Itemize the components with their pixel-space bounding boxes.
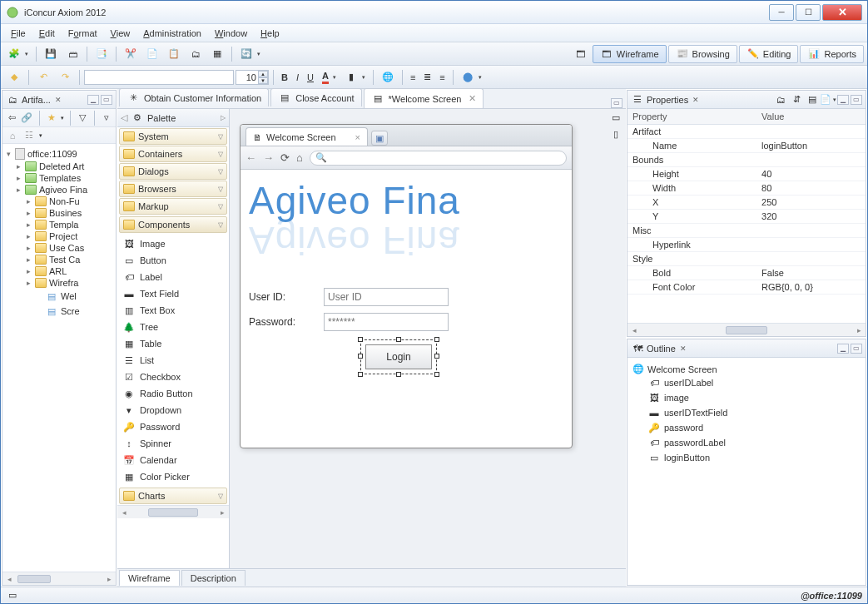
canvas-tool-b[interactable]: ▯ [609, 127, 622, 141]
outline-node[interactable]: 🏷userIDLabel [647, 375, 861, 390]
font-size-up[interactable]: ▲ [258, 71, 268, 77]
font-size-down[interactable]: ▼ [258, 77, 268, 84]
tree-node[interactable]: ▸Templa [4, 219, 114, 230]
font-color-button[interactable]: A [319, 68, 340, 87]
wizard-button[interactable]: 📑 [92, 45, 112, 63]
mockup-tab-close[interactable]: × [355, 132, 360, 142]
canvas[interactable]: ▭ ▯ 🗎 Welcome Screen × ▣ ← → ⟳ ⌂ 🔍 Agive… [230, 109, 626, 568]
property-row[interactable]: NameloginButton [627, 139, 866, 153]
editor-tab[interactable]: ✳Obtain Customer Information [119, 88, 269, 106]
properties-close[interactable]: ✕ [692, 96, 699, 104]
property-row[interactable]: Y320 [627, 210, 866, 224]
menu-edit[interactable]: Edit [32, 26, 62, 41]
copy-button[interactable]: 📄 [142, 45, 162, 63]
outline-node[interactable]: ▬userIDTextField [647, 405, 861, 420]
property-row[interactable]: Misc [627, 224, 866, 238]
tree-node[interactable]: ▸Use Cas [4, 242, 114, 254]
menu-format[interactable]: Format [62, 26, 104, 41]
palette-cat[interactable]: Containers▽ [119, 146, 227, 162]
prop-tool-a[interactable]: 🗂 [774, 93, 787, 106]
palette-item[interactable]: ◉Radio Button [121, 385, 226, 402]
palette-item[interactable]: ☰List [121, 352, 226, 369]
property-row[interactable]: Artifact [627, 125, 866, 139]
palette-item[interactable]: ▦Color Picker [121, 468, 226, 485]
font-family-input[interactable] [84, 70, 234, 85]
tag-button[interactable]: ◆ [4, 68, 24, 87]
tree-icon[interactable]: ☷ [22, 129, 36, 142]
home-icon[interactable]: ⌂ [6, 129, 19, 142]
nav-back-icon[interactable]: ← [246, 151, 256, 164]
palette-cat[interactable]: Dialogs▽ [119, 163, 227, 180]
pane-max[interactable]: ▭ [101, 95, 112, 105]
menu-window[interactable]: Window [208, 26, 254, 41]
tree-node[interactable]: ▤Wel [4, 289, 114, 304]
property-row[interactable]: Bounds [627, 153, 866, 167]
highlight-button[interactable]: ▮ [341, 68, 369, 87]
redo-button[interactable]: ↷ [55, 68, 75, 87]
mode-wireframe[interactable]: 🗔Wireframe [593, 45, 667, 63]
prop-tool-c[interactable]: ▤ [806, 93, 819, 106]
tree-node[interactable]: ▸Agiveo Fina [4, 184, 114, 196]
tree-node[interactable]: ▸Non-Fu [4, 196, 114, 207]
outline-close[interactable]: ✕ [680, 344, 687, 353]
property-row[interactable]: X250 [627, 196, 866, 210]
mockup-tab[interactable]: 🗎 Welcome Screen × [246, 127, 368, 146]
nav-reload-icon[interactable]: ⟳ [280, 151, 290, 164]
outline-node[interactable]: ▭loginButton [647, 450, 861, 465]
palette-item[interactable]: 🖼Image [121, 235, 226, 252]
nav-link-icon[interactable]: 🔗 [21, 111, 32, 125]
mode-reports[interactable]: 📊Reports [800, 45, 864, 63]
bold-button[interactable]: B [278, 70, 291, 85]
palette-back[interactable]: ◁ [121, 112, 127, 123]
tab-description[interactable]: Description [181, 570, 246, 586]
tree-node[interactable]: ▸Busines [4, 207, 114, 219]
tree-node[interactable]: ▸Test Ca [4, 254, 114, 265]
stack-button[interactable]: 🗂 [186, 45, 206, 63]
paste-button[interactable]: 📋 [164, 45, 184, 63]
outline-node[interactable]: 🖼image [647, 390, 861, 405]
grid-button[interactable]: ▦ [207, 45, 227, 63]
filter-icon[interactable]: ▽ [77, 111, 88, 125]
align-left-button[interactable]: ≡ [407, 70, 419, 85]
tree-node[interactable]: ▸Wirefra [4, 277, 114, 289]
cut-button[interactable]: ✂️ [121, 45, 141, 63]
star-icon[interactable]: ★ [45, 111, 57, 125]
property-row[interactable]: Font ColorRGB{0, 0, 0} [627, 280, 866, 295]
refresh-button[interactable]: 🔄 [236, 45, 264, 63]
palette-item[interactable]: ☑Checkbox [121, 369, 226, 385]
tab-wireframe[interactable]: Wireframe [119, 570, 180, 586]
pane-min[interactable]: ▁ [87, 95, 99, 105]
underline-button[interactable]: U [304, 70, 317, 85]
menu-file[interactable]: File [4, 26, 32, 41]
tree-node[interactable]: ▤Scre [4, 304, 114, 319]
palette-item[interactable]: ▭Button [121, 252, 226, 269]
palette-item[interactable]: ↕Spinner [121, 435, 226, 452]
user-id-field[interactable] [324, 288, 449, 306]
palette-item[interactable]: 📅Calendar [121, 452, 226, 468]
tree-scrollbar[interactable]: ◂▸ [2, 572, 116, 585]
extra-button[interactable]: ⬤ [458, 68, 485, 87]
props-scrollbar[interactable]: ◂▸ [627, 323, 866, 336]
artifact-tree[interactable]: ▾office:11099 ▸Deleted Art▸Templates▸Agi… [2, 144, 116, 572]
artifacts-close[interactable]: ✕ [55, 96, 62, 104]
properties-table[interactable]: PropertyValue ArtifactNameloginButtonBou… [627, 109, 866, 323]
save-all-button[interactable]: 🗃 [62, 45, 82, 63]
align-center-button[interactable]: ≣ [420, 69, 434, 85]
outline-node[interactable]: 🏷passwordLabel [647, 435, 861, 450]
prop-tool-b[interactable]: ⇵ [790, 93, 803, 106]
palette-cat-components[interactable]: Components▽ [119, 216, 227, 233]
mockup-add-tab[interactable]: ▣ [371, 131, 388, 146]
palette-item[interactable]: ▥Text Box [121, 302, 226, 319]
tree-node[interactable]: ▸Deleted Art [4, 161, 114, 172]
menu-administration[interactable]: Administration [136, 26, 208, 41]
align-right-button[interactable]: ≡ [436, 70, 448, 85]
mode-editing[interactable]: ✏️Editing [739, 45, 799, 63]
palette-item[interactable]: ▾Dropdown [121, 402, 226, 418]
menu-view[interactable]: View [104, 26, 137, 41]
palette-item[interactable]: 🔑Password [121, 418, 226, 435]
save-button[interactable]: 💾 [41, 45, 61, 63]
outline-node[interactable]: 🔑password [647, 420, 861, 435]
property-row[interactable]: Style [627, 252, 866, 266]
minimize-button[interactable]: ─ [769, 4, 794, 21]
undo-button[interactable]: ↶ [33, 68, 53, 87]
